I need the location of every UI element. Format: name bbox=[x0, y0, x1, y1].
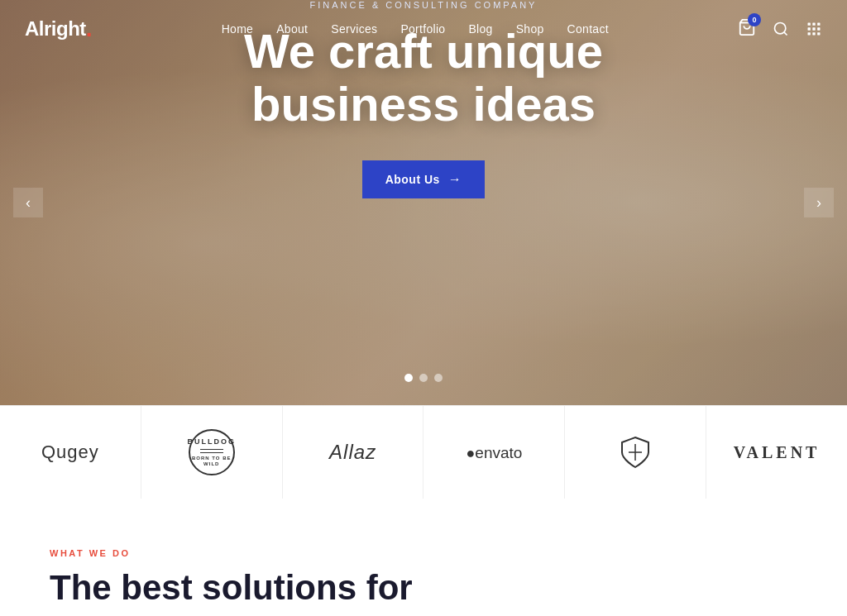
nav-item-services[interactable]: Services bbox=[331, 21, 377, 36]
brand-logo-allaz: Allaz bbox=[329, 442, 376, 462]
brand-logo-qugey: Qugey bbox=[41, 443, 99, 461]
nav-item-home[interactable]: Home bbox=[222, 21, 254, 36]
slider-dots bbox=[404, 374, 443, 382]
nav-item-shop[interactable]: Shop bbox=[516, 21, 544, 36]
brand-logo-bulldog: BULLDOG BORN TO BE WILD bbox=[189, 429, 235, 475]
svg-rect-5 bbox=[808, 27, 811, 30]
site-logo[interactable]: Alright . bbox=[25, 17, 93, 41]
cart-button[interactable]: 0 bbox=[738, 18, 756, 40]
dot-3[interactable] bbox=[434, 374, 443, 382]
svg-rect-7 bbox=[817, 27, 820, 30]
svg-rect-3 bbox=[812, 23, 815, 26]
what-we-do-section: What We Do The best solutions for bbox=[0, 499, 847, 616]
brand-logo-shield bbox=[617, 434, 653, 470]
brand-valent: VALENT bbox=[706, 406, 847, 499]
slider-next-button[interactable]: › bbox=[804, 188, 834, 217]
nav-link-home[interactable]: Home bbox=[222, 22, 254, 36]
nav-item-blog[interactable]: Blog bbox=[468, 21, 492, 36]
svg-rect-10 bbox=[817, 32, 820, 35]
slider-prev-button[interactable]: ‹ bbox=[13, 188, 43, 217]
hero-cta-label: About Us bbox=[385, 173, 440, 186]
section-title-line1: The best solutions for bbox=[50, 568, 413, 607]
next-arrow-icon: › bbox=[816, 194, 821, 212]
dot-1[interactable] bbox=[404, 374, 413, 382]
svg-rect-6 bbox=[812, 27, 815, 30]
brand-logo-valent: VALENT bbox=[734, 444, 821, 461]
nav-link-services[interactable]: Services bbox=[331, 22, 377, 36]
logo-text: Alright bbox=[25, 17, 86, 41]
hero-title-line2: business ideas bbox=[251, 77, 596, 131]
cart-badge: 0 bbox=[748, 13, 761, 26]
brands-section: Qugey BULLDOG BORN TO BE WILD Allaz ●env… bbox=[0, 405, 847, 499]
search-button[interactable] bbox=[773, 21, 789, 37]
section-tag: What We Do bbox=[50, 548, 797, 558]
svg-rect-2 bbox=[808, 23, 811, 26]
nav-item-portfolio[interactable]: Portfolio bbox=[400, 21, 445, 36]
navbar-actions: 0 bbox=[738, 18, 822, 40]
nav-link-contact[interactable]: Contact bbox=[567, 22, 609, 36]
nav-menu: Home About Services Portfolio Blog Shop … bbox=[222, 21, 609, 36]
brand-bulldog: BULLDOG BORN TO BE WILD bbox=[141, 406, 283, 499]
nav-link-portfolio[interactable]: Portfolio bbox=[400, 22, 445, 36]
hero-cta-button[interactable]: About Us → bbox=[362, 160, 486, 198]
search-icon bbox=[773, 21, 789, 37]
svg-rect-4 bbox=[817, 23, 820, 26]
hero-cta-arrow: → bbox=[448, 172, 462, 187]
brand-allaz: Allaz bbox=[283, 406, 424, 499]
brand-envato: ●envato bbox=[424, 406, 565, 499]
hero-section: Alright . Home About Services Portfolio … bbox=[0, 0, 847, 405]
nav-link-about[interactable]: About bbox=[276, 22, 308, 36]
nav-link-blog[interactable]: Blog bbox=[468, 22, 492, 36]
section-title: The best solutions for bbox=[50, 568, 797, 608]
brand-qugey: Qugey bbox=[0, 406, 141, 499]
logo-dot: . bbox=[86, 17, 93, 41]
svg-point-1 bbox=[775, 23, 786, 34]
grid-icon bbox=[806, 21, 822, 37]
prev-arrow-icon: ‹ bbox=[26, 194, 31, 212]
dot-2[interactable] bbox=[419, 374, 428, 382]
brand-logo-envato: ●envato bbox=[466, 445, 522, 461]
svg-rect-9 bbox=[812, 32, 815, 35]
navbar: Alright . Home About Services Portfolio … bbox=[0, 0, 847, 58]
nav-item-contact[interactable]: Contact bbox=[567, 21, 609, 36]
nav-item-about[interactable]: About bbox=[276, 21, 308, 36]
nav-link-shop[interactable]: Shop bbox=[516, 22, 544, 36]
grid-menu-button[interactable] bbox=[806, 21, 822, 37]
svg-rect-8 bbox=[808, 32, 811, 35]
brand-shield bbox=[565, 406, 706, 499]
